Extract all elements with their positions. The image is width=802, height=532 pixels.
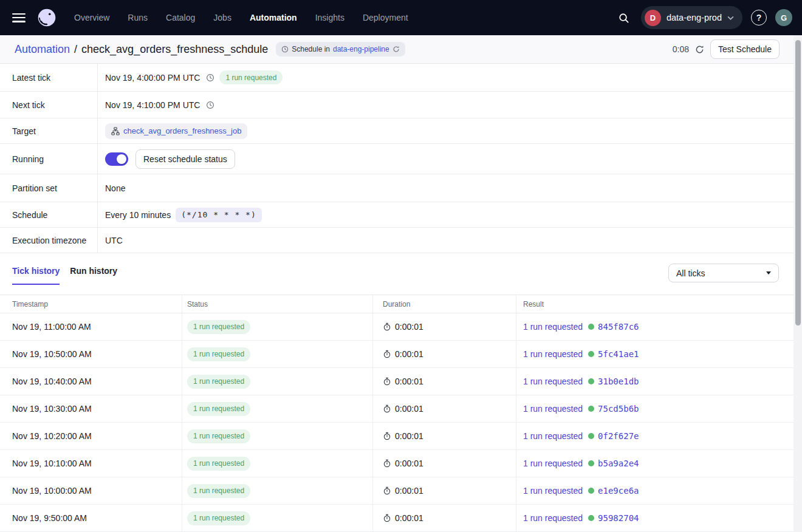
tick-result-link[interactable]: 1 run requested [523,349,583,359]
column-header-status: Status [182,295,373,313]
tick-row: Nov 19, 10:40:00 AM 1 run requested 0:00… [0,368,802,395]
tick-timestamp: Nov 19, 10:00:00 AM [12,486,92,496]
run-status-dot [588,515,594,521]
tick-result-link[interactable]: 1 run requested [523,486,583,496]
running-toggle[interactable] [105,152,128,166]
top-nav: OverviewRunsCatalogJobsAutomationInsight… [0,0,802,35]
tick-row: Nov 19, 9:50:00 AM 1 run requested 0:00:… [0,505,802,532]
reset-schedule-status-button[interactable]: Reset schedule status [135,149,235,169]
nav-item-jobs[interactable]: Jobs [204,8,241,27]
run-id-link[interactable]: e1e9ce6a [598,486,639,496]
run-status-dot [588,378,594,384]
run-status-dot [588,406,594,412]
tick-timestamp: Nov 19, 10:40:00 AM [12,377,92,386]
latest-tick-status-badge: 1 run requested [219,70,283,84]
run-id-link[interactable]: b5a9a2e4 [598,459,639,468]
tick-table-body: Nov 19, 11:00:00 AM 1 run requested 0:00… [0,313,802,532]
partition-set-value: None [105,183,125,193]
refresh-countdown: 0:08 [673,44,689,54]
detail-row-partition-set: Partition set None [0,174,802,202]
column-header-timestamp: Timestamp [0,295,182,313]
target-label: Target [0,118,98,143]
detail-row-next-tick: Next tick Nov 19, 4:10:00 PM UTC [0,92,802,118]
target-job-link[interactable]: check_avg_orders_freshness_job [123,126,241,135]
nav-item-catalog[interactable]: Catalog [157,8,204,27]
history-tabs: Tick history Run history All ticks [0,253,802,295]
deployment-switcher[interactable]: D data-eng-prod [641,6,742,29]
schedule-details: Latest tick Nov 19, 4:00:00 PM UTC 1 run… [0,64,802,253]
timezone-value: UTC [105,236,123,245]
tick-result-link[interactable]: 1 run requested [523,459,583,468]
tick-duration: 0:00:01 [395,404,423,414]
run-status-dot [588,324,594,330]
tick-result-link[interactable]: 1 run requested [523,404,583,414]
pipeline-link[interactable]: data-eng-pipeline [333,45,389,53]
run-status-dot [588,433,594,439]
tick-timestamp: Nov 19, 11:00:00 AM [12,322,91,332]
run-status-dot [588,351,594,357]
tick-status-badge: 1 run requested [187,347,250,361]
stopwatch-icon [383,486,391,495]
job-graph-icon [111,127,120,135]
tick-timestamp: Nov 19, 10:20:00 AM [12,431,92,441]
tick-result-link[interactable]: 1 run requested [523,513,583,523]
tick-result-link[interactable]: 1 run requested [523,322,583,332]
scrollbar-thumb[interactable] [795,40,801,326]
tick-result-link[interactable]: 1 run requested [523,377,583,386]
dagster-logo-icon[interactable] [36,7,58,29]
detail-row-timezone: Execution timezone UTC [0,228,802,253]
detail-row-target: Target check_avg_orders_freshness_job [0,118,802,144]
tick-status-badge: 1 run requested [187,375,250,389]
tick-history-table: Timestamp Status Duration Result Nov 19,… [0,295,802,532]
refresh-icon[interactable] [695,45,704,54]
tick-timestamp: Nov 19, 10:10:00 AM [12,459,92,468]
nav-item-automation[interactable]: Automation [241,8,306,27]
deployment-name: data-eng-prod [667,13,722,22]
reload-icon[interactable] [392,46,400,53]
help-icon[interactable]: ? [751,10,767,26]
nav-item-insights[interactable]: Insights [306,8,354,27]
stopwatch-icon [383,404,391,413]
clock-icon [281,46,289,53]
tick-status-badge: 1 run requested [187,484,250,498]
tab-tick-history[interactable]: Tick history [12,266,60,285]
test-schedule-button[interactable]: Test Schedule [710,39,780,59]
run-id-link[interactable]: 31b0e1db [598,377,639,386]
hamburger-menu-icon[interactable] [12,13,26,22]
chevron-down-icon [727,16,734,20]
run-status-dot [588,488,594,494]
detail-row-running: Running Reset schedule status [0,144,802,174]
page-scrollbar [793,35,802,532]
schedule-location-badge: Schedule in data-eng-pipeline [276,42,405,56]
tick-table-header: Timestamp Status Duration Result [0,295,802,313]
tick-duration: 0:00:01 [395,486,423,496]
nav-item-overview[interactable]: Overview [65,8,118,27]
tick-row: Nov 19, 10:10:00 AM 1 run requested 0:00… [0,450,802,477]
run-id-link[interactable]: 5fc41ae1 [598,349,639,359]
latest-tick-time: Nov 19, 4:00:00 PM UTC [105,73,200,83]
stopwatch-icon [383,432,391,440]
column-header-result: Result [516,295,802,313]
nav-right: D data-eng-prod ? G [615,6,792,29]
search-icon[interactable] [615,9,632,26]
run-id-link[interactable]: 845f87c6 [598,322,639,332]
stopwatch-icon [383,514,391,522]
next-tick-time: Nov 19, 4:10:00 PM UTC [105,100,200,110]
run-id-link[interactable]: 95982704 [598,513,639,523]
schedule-label: Schedule [0,202,98,227]
tick-filter-select[interactable]: All ticks [668,264,779,282]
tick-result-link[interactable]: 1 run requested [523,431,583,441]
tick-timestamp: Nov 19, 9:50:00 AM [12,513,87,523]
cron-expression: (*/10 * * * *) [176,208,262,222]
run-id-link[interactable]: 0f2f627e [598,431,639,441]
tick-timestamp: Nov 19, 10:50:00 AM [12,349,92,359]
breadcrumb-automation-link[interactable]: Automation [15,43,70,56]
run-id-link[interactable]: 75cd5b6b [598,404,639,414]
user-avatar[interactable]: G [775,9,792,26]
nav-item-deployment[interactable]: Deployment [354,8,417,27]
nav-item-runs[interactable]: Runs [118,8,157,27]
run-status-dot [588,460,594,466]
tick-duration: 0:00:01 [395,377,423,386]
tick-row: Nov 19, 10:20:00 AM 1 run requested 0:00… [0,423,802,450]
tab-run-history[interactable]: Run history [70,266,117,285]
